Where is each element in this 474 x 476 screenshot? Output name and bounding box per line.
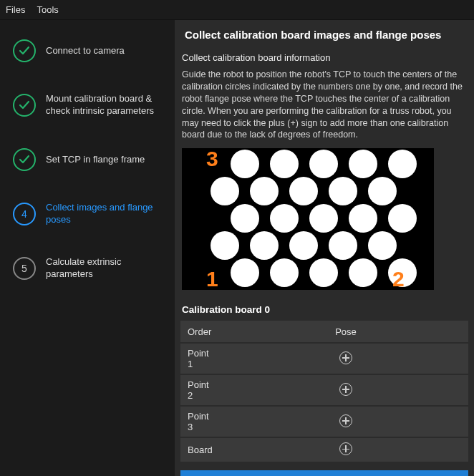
update-data-button[interactable]: Update data bbox=[180, 470, 468, 476]
step-connect-camera[interactable]: Connect to camera bbox=[7, 30, 168, 72]
table-row: Board bbox=[180, 438, 468, 462]
main-panel: Collect calibration board images and fla… bbox=[175, 20, 474, 476]
step-calculate-extrinsic[interactable]: 5 Calculate extrinsic parameters bbox=[7, 248, 168, 289]
marker-1: 1 bbox=[206, 267, 218, 290]
step-label: Mount calibration board & check intrinsi… bbox=[46, 93, 166, 117]
section-description: Guide the robot to position the robot's … bbox=[180, 66, 468, 147]
pose-table: Order Pose Point 1 Point 2 Point 3 Board bbox=[180, 319, 468, 463]
step-label: Collect images and flange poses bbox=[46, 202, 166, 226]
check-icon bbox=[13, 94, 36, 117]
cell-order: Point 2 bbox=[180, 375, 223, 405]
calibration-board-image: 3 1 2 bbox=[182, 148, 434, 290]
check-icon bbox=[13, 148, 36, 171]
step-label: Connect to camera bbox=[46, 45, 125, 57]
marker-2: 2 bbox=[392, 267, 405, 290]
col-pose: Pose bbox=[223, 321, 468, 342]
section-title: Collect calibration board information bbox=[180, 49, 468, 66]
cell-order: Board bbox=[180, 438, 223, 462]
step-collect-images[interactable]: 4 Collect images and flange poses bbox=[7, 193, 168, 235]
plus-icon[interactable] bbox=[339, 351, 352, 364]
table-header-row: Order Pose bbox=[180, 321, 468, 342]
table-row: Point 2 bbox=[180, 375, 468, 405]
step-number-icon: 4 bbox=[13, 203, 36, 225]
step-set-tcp[interactable]: Set TCP in flange frame bbox=[7, 139, 168, 180]
cell-order: Point 3 bbox=[180, 407, 223, 437]
col-order: Order bbox=[180, 321, 223, 342]
step-label: Calculate extrinsic parameters bbox=[46, 256, 166, 281]
plus-icon[interactable] bbox=[339, 414, 352, 427]
check-icon bbox=[13, 39, 36, 62]
menu-tools[interactable]: Tools bbox=[37, 4, 58, 15]
info-section: Collect calibration board information Gu… bbox=[175, 49, 474, 476]
board-label: Calibration board 0 bbox=[180, 291, 468, 319]
marker-3: 3 bbox=[206, 148, 218, 171]
step-mount-board[interactable]: Mount calibration board & check intrinsi… bbox=[7, 84, 168, 126]
panel-title: Collect calibration board images and fla… bbox=[175, 20, 474, 49]
sidebar: Connect to camera Mount calibration boar… bbox=[0, 20, 175, 476]
step-number-icon: 5 bbox=[13, 257, 36, 280]
step-label: Set TCP in flange frame bbox=[46, 154, 145, 166]
plus-icon[interactable] bbox=[339, 383, 352, 396]
table-row: Point 1 bbox=[180, 344, 468, 374]
table-row: Point 3 bbox=[180, 407, 468, 437]
plus-icon[interactable] bbox=[339, 442, 352, 455]
cell-order: Point 1 bbox=[180, 344, 223, 374]
menubar: Files Tools bbox=[0, 0, 474, 20]
menu-files[interactable]: Files bbox=[6, 4, 25, 15]
layout: Connect to camera Mount calibration boar… bbox=[0, 20, 474, 476]
